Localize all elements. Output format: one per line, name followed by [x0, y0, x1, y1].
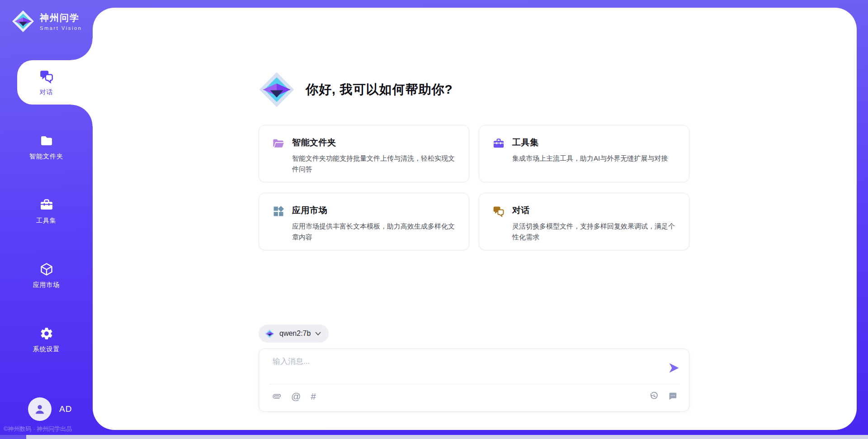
tab-curve-bottom — [71, 105, 93, 126]
card-description: 应用市场提供丰富长文本模板，助力高效生成多样化文章内容 — [292, 221, 457, 243]
scrollbar-thumb[interactable] — [0, 435, 26, 439]
avatar[interactable] — [28, 397, 52, 421]
at-icon: @ — [291, 391, 301, 401]
input-divider — [269, 384, 679, 384]
content-column: 你好, 我可以如何帮助你? 智能文件夹 智能文件夹功能支持批量文件上传与清洗，轻… — [259, 8, 689, 430]
feature-cards: 智能文件夹 智能文件夹功能支持批量文件上传与清洗，轻松实现文件问答 工具集 — [259, 125, 689, 250]
brand-name: 神州问学 — [40, 12, 82, 24]
mention-button[interactable]: @ — [291, 391, 301, 401]
greeting: 你好, 我可以如何帮助你? — [259, 72, 453, 108]
card-chat[interactable]: 对话 灵活切换多模型文件，支持多样回复效果调试，满足个性化需求 — [479, 193, 689, 250]
widgets-grid-icon — [272, 205, 285, 218]
copyright-footer: ©神州数码 · 神州问学出品 — [4, 425, 72, 433]
message-input[interactable] — [273, 356, 657, 381]
chevron-down-icon — [315, 332, 321, 336]
card-title: 智能文件夹 — [292, 137, 457, 148]
user-name: AD — [59, 404, 72, 414]
horizontal-scrollbar[interactable] — [0, 435, 868, 439]
input-toolbar: @ # — [273, 391, 677, 401]
sidebar: 神州问学 Smart Vision 对话 智能文件夹 — [0, 0, 93, 439]
brand-subtitle: Smart Vision — [40, 25, 82, 31]
card-description: 灵活切换多模型文件，支持多样回复效果调试，满足个性化需求 — [512, 221, 677, 243]
folder-open-icon — [272, 137, 285, 150]
gem-logo-icon — [12, 10, 34, 33]
card-app-market[interactable]: 应用市场 应用市场提供丰富长文本模板，助力高效生成多样化文章内容 — [259, 193, 469, 250]
brand-logo: 神州问学 Smart Vision — [12, 10, 82, 33]
send-icon — [668, 362, 680, 374]
sidebar-item-app-market[interactable]: 应用市场 — [0, 253, 93, 297]
sidebar-nav: 对话 智能文件夹 工具集 — [0, 60, 93, 362]
comment-icon — [668, 391, 677, 401]
history-button[interactable] — [649, 391, 659, 401]
card-title: 工具集 — [512, 137, 668, 148]
model-name: qwen2:7b — [279, 329, 311, 338]
active-tab-background — [17, 60, 98, 105]
model-selector[interactable]: qwen2:7b — [259, 324, 329, 343]
sidebar-item-label: 系统设置 — [33, 345, 60, 353]
chat-bubbles-icon — [39, 69, 54, 84]
attachment-button[interactable] — [273, 392, 281, 401]
sidebar-item-smart-folder[interactable]: 智能文件夹 — [0, 124, 93, 169]
person-icon — [33, 402, 47, 416]
toolbox-icon — [39, 197, 54, 213]
sidebar-item-label: 工具集 — [36, 217, 57, 225]
card-description: 智能文件夹功能支持批量文件上传与清洗，轻松实现文件问答 — [292, 153, 457, 175]
card-title: 对话 — [512, 205, 677, 216]
chat-input-box: @ # — [259, 348, 689, 412]
cube-icon — [39, 262, 54, 277]
hash-icon: # — [311, 391, 316, 401]
folder-icon — [39, 133, 54, 148]
gem-logo-icon — [259, 72, 295, 108]
gear-icon — [39, 326, 54, 341]
greeting-text: 你好, 我可以如何帮助你? — [306, 81, 453, 98]
tab-curve-top — [71, 38, 93, 60]
sidebar-item-label: 智能文件夹 — [29, 153, 63, 161]
sidebar-item-label: 应用市场 — [33, 281, 60, 289]
gem-logo-icon — [264, 329, 275, 339]
user-profile[interactable]: AD — [28, 397, 72, 421]
sidebar-item-settings[interactable]: 系统设置 — [0, 317, 93, 362]
card-title: 应用市场 — [292, 205, 457, 216]
paperclip-icon — [271, 390, 283, 402]
card-toolset[interactable]: 工具集 集成市场上主流工具，助力AI与外界无缝扩展与对接 — [479, 125, 689, 182]
main-panel: 你好, 我可以如何帮助你? 智能文件夹 智能文件夹功能支持批量文件上传与清洗，轻… — [93, 8, 857, 430]
history-icon — [649, 391, 659, 401]
comment-button[interactable] — [668, 391, 677, 401]
send-button[interactable] — [667, 362, 681, 375]
briefcase-icon — [492, 137, 505, 150]
sidebar-item-label: 对话 — [40, 88, 53, 96]
sidebar-item-chat[interactable]: 对话 — [0, 60, 93, 105]
card-smart-folder[interactable]: 智能文件夹 智能文件夹功能支持批量文件上传与清洗，轻松实现文件问答 — [259, 125, 469, 182]
sidebar-item-toolset[interactable]: 工具集 — [0, 189, 93, 233]
card-description: 集成市场上主流工具，助力AI与外界无缝扩展与对接 — [512, 153, 668, 164]
chat-bubbles-icon — [492, 205, 505, 218]
hashtag-button[interactable]: # — [311, 391, 316, 401]
